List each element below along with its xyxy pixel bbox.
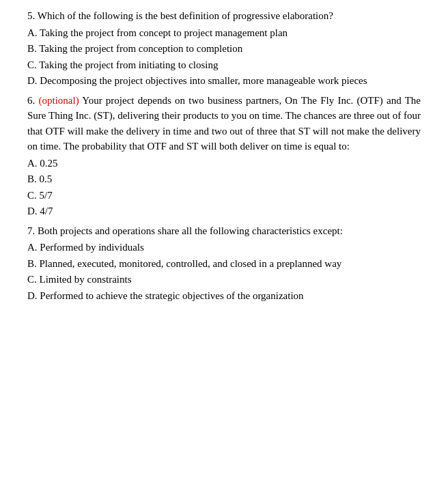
question-6: 6. (optional) Your project depends on tw… — [27, 93, 421, 219]
q7-opt-c-text: Limited by constraints — [37, 274, 132, 285]
question-7-number: 7. — [27, 225, 35, 236]
content-area: 5. Which of the following is the best de… — [27, 8, 421, 303]
q6-opt-d-label: D. — [27, 206, 38, 216]
q7-opt-c-label: C. — [27, 274, 37, 285]
question-5-option-a: A. Taking the project from concept to pr… — [27, 25, 421, 41]
q6-opt-c-label: C. — [27, 190, 37, 201]
question-6-number: 6. — [27, 95, 35, 106]
question-6-option-b: B. 0.5 — [27, 171, 421, 187]
question-5-option-b: B. Taking the project from conception to… — [27, 41, 421, 57]
question-5-number: 5. — [27, 10, 35, 21]
q6-opt-c-text: 5/7 — [37, 190, 53, 201]
question-6-optional: (optional) — [38, 95, 79, 106]
q6-opt-b-label: B. — [27, 173, 37, 184]
q5-opt-c-text: Taking the project from initiating to cl… — [37, 59, 219, 70]
q7-opt-d-text: Performed to achieve the strategic objec… — [38, 290, 304, 301]
question-6-body: Your project depends on two business par… — [27, 95, 421, 152]
q7-opt-b-label: B. — [27, 258, 37, 269]
question-5-text: 5. Which of the following is the best de… — [27, 8, 421, 24]
question-5-option-d: D. Decomposing the project objectives in… — [27, 73, 421, 89]
q5-opt-d-label: D. — [27, 75, 38, 86]
question-5-body: Which of the following is the best defin… — [35, 10, 333, 21]
question-7-option-c: C. Limited by constraints — [27, 272, 421, 287]
q5-opt-b-label: B. — [27, 43, 37, 54]
q5-opt-b-text: Taking the project from conception to co… — [37, 43, 243, 54]
question-6-text: 6. (optional) Your project depends on tw… — [27, 93, 421, 154]
q5-opt-a-text: Taking the project from concept to proje… — [38, 27, 288, 38]
q5-opt-c-label: C. — [27, 59, 37, 70]
q6-opt-b-text: 0.5 — [37, 173, 53, 184]
q7-opt-d-label: D. — [27, 290, 38, 301]
question-5: 5. Which of the following is the best de… — [27, 8, 421, 89]
question-7-option-d: D. Performed to achieve the strategic ob… — [27, 288, 421, 304]
q6-opt-a-text: 0.25 — [38, 158, 58, 169]
question-6-option-a: A. 0.25 — [27, 156, 421, 171]
question-7-text: 7. Both projects and operations share al… — [27, 223, 421, 239]
q7-opt-a-text: Performed by individuals — [38, 242, 144, 253]
q6-opt-d-text: 4/7 — [38, 206, 53, 216]
question-7-option-a: A. Performed by individuals — [27, 240, 421, 255]
q6-opt-a-label: A. — [27, 158, 38, 169]
question-7-body: Both projects and operations share all t… — [35, 225, 343, 236]
q5-opt-d-text: Decomposing the project objectives into … — [38, 75, 367, 86]
question-7-option-b: B. Planned, executed, monitored, control… — [27, 256, 421, 272]
q7-opt-a-label: A. — [27, 242, 38, 253]
q5-opt-a-label: A. — [27, 27, 38, 38]
question-5-option-c: C. Taking the project from initiating to… — [27, 57, 421, 73]
question-7: 7. Both projects and operations share al… — [27, 223, 421, 304]
q7-opt-b-text: Planned, executed, monitored, controlled… — [37, 258, 342, 269]
question-6-option-c: C. 5/7 — [27, 188, 421, 203]
question-6-option-d: D. 4/7 — [27, 203, 421, 219]
